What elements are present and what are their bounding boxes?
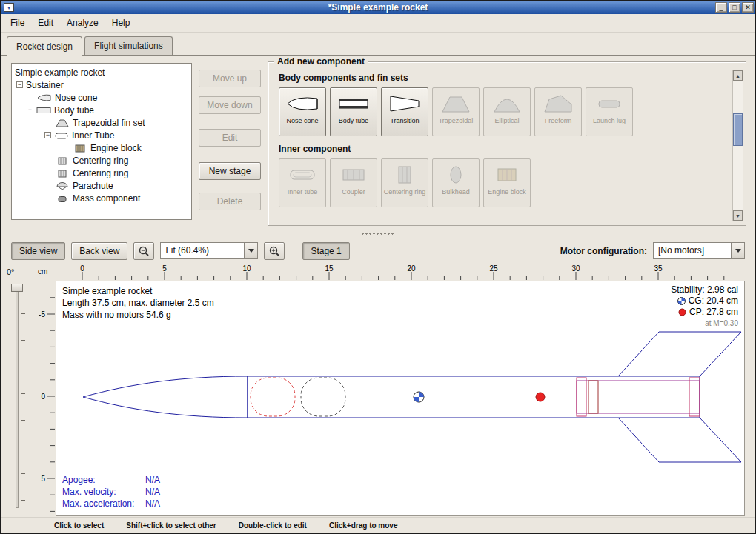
- fin-icon: [55, 119, 70, 127]
- motor-configuration-label: Motor configuration:: [560, 246, 647, 256]
- tree-item-centering-ring-1[interactable]: Centering ring: [12, 154, 191, 167]
- rotation-strip: 0°: [1, 264, 35, 517]
- tree-item-centering-ring-2[interactable]: Centering ring: [12, 167, 191, 179]
- rotation-slider-handle[interactable]: [11, 284, 23, 292]
- maximize-button[interactable]: □: [729, 2, 740, 13]
- menubar: File Edit Analyze Help: [1, 14, 755, 33]
- menu-file[interactable]: File: [4, 16, 31, 30]
- tab-flight-simulations[interactable]: Flight simulations: [84, 36, 173, 55]
- combo-button[interactable]: [731, 243, 744, 258]
- tree-item-nose-cone[interactable]: Nose cone: [12, 91, 191, 104]
- svg-text:10: 10: [242, 264, 251, 273]
- rocket-canvas[interactable]: Simple example rocket Length 37.5 cm, ma…: [56, 281, 745, 516]
- tab-rocket-design[interactable]: Rocket design: [7, 36, 82, 56]
- combo-button[interactable]: [244, 243, 257, 258]
- add-nose-cone-button[interactable]: Nose cone: [279, 87, 326, 136]
- stability-value: Stability: 2.98 cal: [671, 284, 738, 296]
- add-trapezoidal-fin-button: Trapezoidal: [432, 87, 480, 136]
- zoom-select[interactable]: Fit (60.4%): [160, 242, 258, 259]
- elliptical-fin-icon: [491, 92, 523, 116]
- add-elliptical-fin-button: Elliptical: [483, 87, 531, 136]
- app-icon[interactable]: ▾: [4, 3, 14, 12]
- rocket-name: Simple example rocket: [62, 285, 214, 297]
- collapse-icon[interactable]: −: [27, 107, 33, 113]
- magnifier-minus-icon: [138, 245, 150, 257]
- max-velocity-label: Max. velocity:: [62, 486, 145, 498]
- menu-help[interactable]: Help: [105, 16, 137, 30]
- body-tube-icon: [337, 92, 370, 116]
- add-component-group: Add new component Body components and fi…: [268, 61, 746, 226]
- ruler-unit-label: cm: [38, 267, 47, 276]
- menu-analyze[interactable]: Analyze: [60, 16, 105, 30]
- rotation-value: 0°: [7, 267, 15, 276]
- edit-button: Edit: [199, 129, 261, 147]
- menu-edit[interactable]: Edit: [31, 16, 60, 30]
- inner-component-buttons: Inner tube Coupler Centering ring Bulkhe…: [279, 158, 726, 207]
- inner-tube-icon: [286, 163, 319, 187]
- svg-text:0: 0: [41, 393, 45, 401]
- centering-ring-icon: [388, 163, 421, 187]
- move-up-button: Move up: [199, 70, 261, 87]
- cg-icon: [677, 297, 686, 305]
- zoom-value: Fit (60.4%): [161, 243, 244, 258]
- engine-block-icon: [491, 163, 523, 187]
- cp-marker: [536, 393, 545, 401]
- transition-icon: [388, 92, 421, 116]
- titlebar[interactable]: ▾ *Simple example rocket _ □ ✕: [1, 1, 755, 14]
- tree-item-rocket[interactable]: Simple example rocket: [12, 66, 191, 79]
- new-stage-button[interactable]: New stage: [199, 162, 261, 180]
- tree-item-fin-set[interactable]: Trapezoidal fin set: [12, 116, 191, 129]
- group-title: Add new component: [274, 56, 368, 67]
- max-velocity-value: N/A: [145, 487, 160, 497]
- add-transition-button[interactable]: Transition: [381, 87, 428, 136]
- add-centering-ring-button: Centering ring: [381, 158, 428, 207]
- vertical-ruler: -505: [35, 281, 56, 516]
- body-components-label: Body components and fin sets: [279, 73, 726, 83]
- panel-splitter[interactable]: [1, 230, 755, 237]
- rotation-slider-track[interactable]: [16, 287, 19, 508]
- svg-text:15: 15: [325, 264, 334, 273]
- tree-item-sustainer[interactable]: − Sustainer: [12, 79, 191, 91]
- window-title: *Simple example rocket: [1, 2, 755, 13]
- collapse-icon[interactable]: −: [16, 81, 23, 88]
- tree-item-engine-block[interactable]: Engine block: [12, 141, 191, 154]
- component-scrollbar[interactable]: ▲ ▼: [732, 70, 743, 221]
- nose-cone-outline[interactable]: [83, 376, 248, 418]
- hint-click-drag: Click+drag to move: [329, 521, 398, 530]
- design-top-panel: Simple example rocket − Sustainer Nose c…: [1, 56, 755, 230]
- svg-text:25: 25: [489, 264, 498, 273]
- horizontal-ruler: 05101520253035: [56, 264, 745, 281]
- rocket-info: Simple example rocket Length 37.5 cm, ma…: [62, 285, 214, 321]
- close-button[interactable]: ✕: [742, 2, 754, 13]
- stage-1-toggle[interactable]: Stage 1: [302, 242, 349, 260]
- rocket-dimensions: Length 37.5 cm, max. diameter 2.5 cm: [62, 297, 214, 309]
- inner-tube-icon: [54, 131, 69, 140]
- scroll-down-icon[interactable]: ▼: [733, 210, 743, 221]
- statusbar: Click to select Shift+click to select ot…: [1, 517, 755, 533]
- zoom-out-button[interactable]: [133, 242, 154, 260]
- add-body-tube-button[interactable]: Body tube: [330, 87, 377, 136]
- tree-item-body-tube[interactable]: − Body tube: [12, 104, 191, 116]
- scrollbar-thumb[interactable]: [733, 113, 743, 146]
- lower-fin[interactable]: [618, 418, 741, 462]
- stability-info: Stability: 2.98 cal CG: 20.4 cm CP: 27.8…: [671, 284, 738, 329]
- tree-item-parachute[interactable]: Parachute: [12, 179, 191, 192]
- view-toolbar: Side view Back view Fit (60.4%) Stage 1 …: [1, 237, 755, 264]
- svg-text:30: 30: [571, 264, 580, 273]
- motor-configuration-select[interactable]: [No motors]: [653, 242, 745, 259]
- body-tube-outline[interactable]: [248, 376, 700, 418]
- collapse-icon[interactable]: −: [44, 132, 51, 138]
- tree-item-inner-tube[interactable]: − Inner Tube: [12, 129, 191, 141]
- chevron-down-icon: [248, 249, 254, 253]
- tree-item-mass-component[interactable]: Mass component: [12, 192, 191, 204]
- apogee-label: Apogee:: [62, 474, 145, 486]
- zoom-in-button[interactable]: [264, 242, 285, 260]
- minimize-button[interactable]: _: [715, 2, 727, 13]
- upper-fin[interactable]: [618, 332, 741, 376]
- side-view-button[interactable]: Side view: [11, 242, 65, 260]
- rocket-view-panel: 0° cm 05101520253035 -505: [1, 264, 755, 517]
- scroll-up-icon[interactable]: ▲: [733, 70, 743, 81]
- svg-text:0: 0: [80, 264, 84, 273]
- inner-component-label: Inner component: [279, 144, 726, 154]
- back-view-button[interactable]: Back view: [71, 242, 127, 260]
